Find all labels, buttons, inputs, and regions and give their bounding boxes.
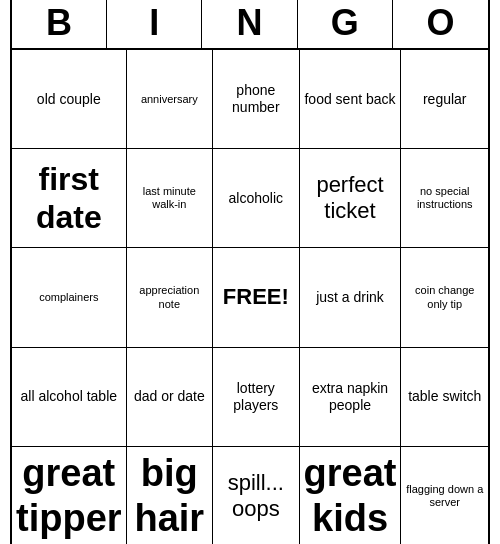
header-letter: N bbox=[202, 0, 297, 48]
cell-text: appreciation note bbox=[131, 284, 209, 310]
cell-text: great tipper bbox=[16, 451, 122, 542]
bingo-cell: no special instructions bbox=[401, 149, 488, 248]
bingo-header: BINGO bbox=[12, 0, 488, 50]
cell-text: just a drink bbox=[316, 289, 384, 306]
cell-text: dad or date bbox=[134, 388, 205, 405]
bingo-cell: coin change only tip bbox=[401, 248, 488, 347]
bingo-cell: food sent back bbox=[300, 50, 402, 149]
bingo-cell: FREE! bbox=[213, 248, 300, 347]
cell-text: phone number bbox=[217, 82, 295, 116]
cell-text: coin change only tip bbox=[405, 284, 484, 310]
bingo-cell: perfect ticket bbox=[300, 149, 402, 248]
cell-text: lottery players bbox=[217, 380, 295, 414]
cell-text: food sent back bbox=[304, 91, 395, 108]
cell-text: table switch bbox=[408, 388, 481, 405]
bingo-cell: phone number bbox=[213, 50, 300, 149]
cell-text: alcoholic bbox=[229, 190, 283, 207]
bingo-cell: old couple bbox=[12, 50, 127, 149]
bingo-cell: flagging down a server bbox=[401, 447, 488, 544]
cell-text: extra napkin people bbox=[304, 380, 397, 414]
bingo-cell: table switch bbox=[401, 348, 488, 447]
cell-text: first date bbox=[16, 160, 122, 237]
cell-text: perfect ticket bbox=[304, 172, 397, 225]
bingo-cell: all alcohol table bbox=[12, 348, 127, 447]
cell-text: great kids bbox=[304, 451, 397, 542]
bingo-cell: big hair bbox=[127, 447, 214, 544]
bingo-cell: lottery players bbox=[213, 348, 300, 447]
bingo-cell: alcoholic bbox=[213, 149, 300, 248]
cell-text: FREE! bbox=[223, 284, 289, 310]
bingo-cell: regular bbox=[401, 50, 488, 149]
bingo-cell: complainers bbox=[12, 248, 127, 347]
bingo-cell: dad or date bbox=[127, 348, 214, 447]
bingo-cell: appreciation note bbox=[127, 248, 214, 347]
bingo-card: BINGO old coupleanniversaryphone numberf… bbox=[10, 0, 490, 544]
cell-text: big hair bbox=[131, 451, 209, 542]
cell-text: regular bbox=[423, 91, 467, 108]
cell-text: flagging down a server bbox=[405, 483, 484, 509]
cell-text: spill... oops bbox=[217, 470, 295, 523]
cell-text: no special instructions bbox=[405, 185, 484, 211]
header-letter: G bbox=[298, 0, 393, 48]
bingo-cell: first date bbox=[12, 149, 127, 248]
bingo-cell: great tipper bbox=[12, 447, 127, 544]
header-letter: O bbox=[393, 0, 488, 48]
header-letter: B bbox=[12, 0, 107, 48]
bingo-cell: spill... oops bbox=[213, 447, 300, 544]
bingo-cell: last minute walk-in bbox=[127, 149, 214, 248]
bingo-grid: old coupleanniversaryphone numberfood se… bbox=[12, 50, 488, 544]
cell-text: last minute walk-in bbox=[131, 185, 209, 211]
cell-text: old couple bbox=[37, 91, 101, 108]
cell-text: anniversary bbox=[141, 93, 198, 106]
bingo-cell: extra napkin people bbox=[300, 348, 402, 447]
bingo-cell: just a drink bbox=[300, 248, 402, 347]
bingo-cell: anniversary bbox=[127, 50, 214, 149]
header-letter: I bbox=[107, 0, 202, 48]
cell-text: all alcohol table bbox=[21, 388, 118, 405]
cell-text: complainers bbox=[39, 291, 98, 304]
bingo-cell: great kids bbox=[300, 447, 402, 544]
